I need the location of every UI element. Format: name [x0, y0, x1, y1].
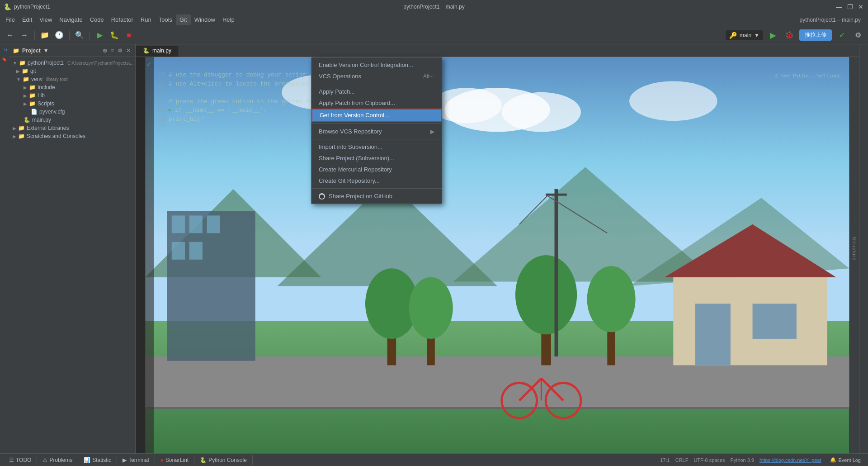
tree-lib-label: Lib	[38, 92, 45, 99]
browse-vcs-label: Browse VCS Repository	[319, 128, 382, 135]
project-tree: ▼ 📁 pythonProject1 C:\Users\zyn\PycharmP…	[9, 57, 135, 453]
status-crlf[interactable]: CRLF	[675, 457, 689, 463]
ph-collapse[interactable]: ≡	[110, 47, 115, 55]
menu-get-from-vcs[interactable]: Get from Version Control...	[311, 109, 442, 122]
recent-button[interactable]: 🕐	[53, 29, 66, 42]
import-subversion-label: Import into Subversion...	[319, 143, 382, 150]
tree-item-include[interactable]: ▶ 📁 Include	[9, 83, 135, 91]
menu-file[interactable]: File	[2, 14, 19, 25]
tree-root-label: pythonProject1	[28, 60, 64, 66]
title-bar: 🐍 pythonProject1 pythonProject1 – main.p…	[0, 0, 868, 14]
tab-terminal[interactable]: ▶ Terminal	[117, 455, 155, 465]
structure-panel: Structure	[850, 44, 859, 453]
menu-git[interactable]: Git	[176, 14, 191, 25]
run-configuration[interactable]: 🔑 main ▼	[726, 30, 763, 40]
tab-statistic[interactable]: 📊 Statistic	[78, 455, 117, 465]
status-encoding[interactable]: UTF-8 spaces	[693, 457, 725, 463]
menu-navigate[interactable]: Navigate	[56, 14, 86, 25]
search-button[interactable]: 🔍	[73, 29, 86, 42]
menu-view[interactable]: View	[36, 14, 56, 25]
project-icon[interactable]: P	[1, 46, 8, 53]
event-log-icon: 🔔	[830, 457, 836, 463]
menu-vcs-operations[interactable]: VCS Operations Alt+`	[311, 71, 442, 82]
tree-item-lib[interactable]: ▶ 📁 Lib	[9, 91, 135, 100]
tab-todo[interactable]: ☰ TODO	[4, 455, 37, 465]
separator-2	[311, 124, 442, 124]
svg-point-28	[515, 255, 577, 334]
menu-code[interactable]: Code	[86, 14, 108, 25]
menu-help[interactable]: Help	[219, 14, 238, 25]
tab-terminal-label: Terminal	[128, 457, 149, 463]
arrow-external: ▶	[13, 126, 16, 131]
menu-share-subversion[interactable]: Share Project (Subversion)...	[311, 152, 442, 164]
bookmark-icon[interactable]: 🔖	[1, 55, 8, 62]
tree-item-git[interactable]: ▶ 📁 git	[9, 67, 135, 75]
tree-item-main[interactable]: 🐍 main.py	[9, 116, 135, 124]
menu-apply-patch-clipboard[interactable]: Apply Patch from Clipboard...	[311, 97, 442, 109]
minimize-button[interactable]: —	[835, 3, 843, 10]
tree-item-root[interactable]: ▼ 📁 pythonProject1 C:\Users\zyn\PycharmP…	[9, 59, 135, 67]
get-from-vcs-label: Get from Version Control...	[320, 112, 389, 119]
event-log-button[interactable]: 🔔 Event Log	[826, 456, 864, 464]
toolbar: ← → 📁 🕐 🔍 ▶ 🐛 ■ 🔑 main ▼ ▶ 🐞 推拉上传 ✓ ⚙	[0, 26, 868, 44]
tree-include-label: Include	[38, 84, 55, 90]
python-console-icon: 🐍	[200, 457, 207, 463]
menu-refactor[interactable]: Refactor	[108, 14, 137, 25]
structure-label[interactable]: Structure	[852, 237, 857, 261]
arrow-lib: ▶	[24, 93, 27, 98]
run-play-button[interactable]: ▶	[767, 29, 779, 42]
tab-sonarlint[interactable]: ● SonarLint	[155, 455, 195, 465]
menu-edit[interactable]: Edit	[19, 14, 36, 25]
tab-sonarlint-label: SonarLint	[165, 457, 189, 463]
tab-main-py[interactable]: 🐍 main.py	[136, 46, 179, 57]
svg-rect-14	[172, 215, 185, 233]
separator-4	[311, 188, 442, 189]
tab-problems[interactable]: ⚠ Problems	[37, 455, 78, 465]
git-folder-icon: 📁	[22, 68, 28, 74]
window-title: pythonProject1 – main.py	[403, 4, 464, 10]
ph-locate[interactable]: ⊕	[102, 47, 108, 55]
menu-enable-vcs[interactable]: Enable Version Control Integration...	[311, 59, 442, 71]
menu-browse-vcs[interactable]: Browse VCS Repository ▶	[311, 126, 442, 137]
back-button[interactable]: ←	[4, 29, 16, 42]
menu-tools[interactable]: Tools	[155, 14, 176, 25]
status-right: 17:1 CRLF UTF-8 spaces Python 3.9 https:…	[660, 456, 864, 464]
ph-close[interactable]: ✕	[125, 47, 132, 55]
maximize-button[interactable]: ❐	[846, 3, 854, 10]
svg-rect-16	[207, 215, 220, 233]
ph-settings[interactable]: ⚙	[117, 47, 123, 55]
tree-item-external[interactable]: ▶ 📁 External Libraries	[9, 124, 135, 132]
menu-import-subversion[interactable]: Import into Subversion...	[311, 141, 442, 152]
stop-button[interactable]: ■	[123, 29, 135, 42]
settings-button[interactable]: ⚙	[852, 29, 864, 42]
tree-item-scripts[interactable]: ▶ 📁 Scripts	[9, 100, 135, 108]
svg-rect-3	[145, 407, 849, 409]
tree-item-pyvenv[interactable]: 📄 pyvenv.cfg	[9, 108, 135, 116]
svg-rect-17	[172, 242, 185, 260]
menu-window[interactable]: Window	[191, 14, 219, 25]
tab-python-console[interactable]: 🐍 Python Console	[194, 455, 253, 465]
tree-venv-label: venv	[31, 76, 42, 82]
arrow-include: ▶	[24, 85, 27, 90]
run-button[interactable]: ▶	[94, 29, 106, 42]
debug-button[interactable]: 🐛	[108, 29, 121, 42]
check-button[interactable]: ✓	[835, 29, 848, 42]
arrow-git: ▶	[16, 69, 20, 74]
run-debug-button[interactable]: 🐞	[783, 29, 796, 42]
create-git-label: Create Git Repository...	[319, 177, 380, 184]
menu-run[interactable]: Run	[137, 14, 155, 25]
folder-button[interactable]: 📁	[38, 29, 51, 42]
forward-button[interactable]: →	[18, 29, 31, 42]
menu-create-git[interactable]: Create Git Repository...	[311, 175, 442, 186]
menu-apply-patch[interactable]: Apply Patch...	[311, 86, 442, 97]
toolbar-sep-1	[34, 31, 35, 40]
menu-share-github[interactable]: ⬤ Share Project on GitHub	[311, 190, 442, 202]
tree-item-venv[interactable]: ▼ 📁 venv library root	[9, 75, 135, 83]
header-gear: ▼	[43, 48, 49, 54]
status-link[interactable]: https://blog.csdn.net/Y_peat	[760, 457, 821, 463]
tree-item-scratches[interactable]: ▶ 📁 Scratches and Consoles	[9, 132, 135, 140]
sync-button[interactable]: 推拉上传	[799, 29, 832, 41]
menu-create-mercurial[interactable]: Create Mercurial Repository	[311, 164, 442, 175]
status-python[interactable]: Python 3.9	[730, 457, 754, 463]
close-button[interactable]: ✕	[857, 3, 864, 10]
